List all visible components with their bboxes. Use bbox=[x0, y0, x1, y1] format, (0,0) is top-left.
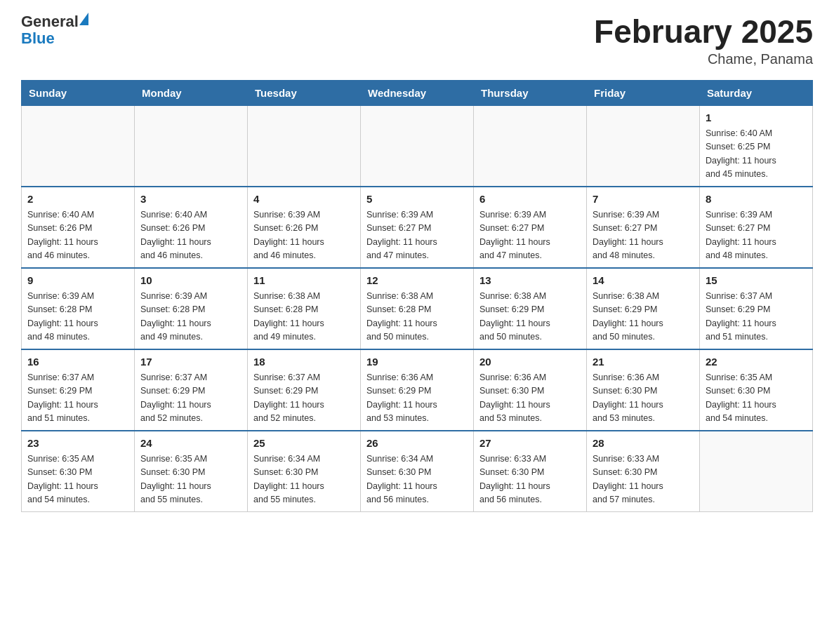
day-info: Sunrise: 6:37 AM Sunset: 6:29 PM Dayligh… bbox=[253, 371, 355, 426]
calendar-week-row: 2Sunrise: 6:40 AM Sunset: 6:26 PM Daylig… bbox=[22, 187, 813, 268]
calendar-cell: 24Sunrise: 6:35 AM Sunset: 6:30 PM Dayli… bbox=[135, 431, 248, 512]
calendar-cell: 17Sunrise: 6:37 AM Sunset: 6:29 PM Dayli… bbox=[135, 349, 248, 431]
calendar-cell: 10Sunrise: 6:39 AM Sunset: 6:28 PM Dayli… bbox=[135, 268, 248, 349]
day-info: Sunrise: 6:35 AM Sunset: 6:30 PM Dayligh… bbox=[140, 452, 241, 507]
calendar-week-row: 9Sunrise: 6:39 AM Sunset: 6:28 PM Daylig… bbox=[22, 268, 813, 349]
calendar-cell: 11Sunrise: 6:38 AM Sunset: 6:28 PM Dayli… bbox=[248, 268, 361, 349]
calendar-cell bbox=[361, 105, 474, 187]
calendar-week-row: 16Sunrise: 6:37 AM Sunset: 6:29 PM Dayli… bbox=[22, 349, 813, 431]
day-number: 7 bbox=[593, 192, 694, 208]
calendar-cell: 21Sunrise: 6:36 AM Sunset: 6:30 PM Dayli… bbox=[587, 349, 700, 431]
day-info: Sunrise: 6:33 AM Sunset: 6:30 PM Dayligh… bbox=[593, 452, 694, 507]
page-header: General Blue February 2025 Chame, Panama bbox=[21, 14, 813, 67]
calendar-cell: 7Sunrise: 6:39 AM Sunset: 6:27 PM Daylig… bbox=[587, 187, 700, 268]
weekday-header-thursday: Thursday bbox=[474, 80, 587, 105]
day-info: Sunrise: 6:39 AM Sunset: 6:27 PM Dayligh… bbox=[593, 208, 694, 263]
logo-triangle-icon bbox=[79, 13, 88, 25]
calendar-cell: 1Sunrise: 6:40 AM Sunset: 6:25 PM Daylig… bbox=[700, 105, 813, 187]
weekday-header-monday: Monday bbox=[135, 80, 248, 105]
calendar-cell: 5Sunrise: 6:39 AM Sunset: 6:27 PM Daylig… bbox=[361, 187, 474, 268]
calendar-cell: 8Sunrise: 6:39 AM Sunset: 6:27 PM Daylig… bbox=[700, 187, 813, 268]
day-number: 4 bbox=[253, 192, 355, 208]
day-info: Sunrise: 6:40 AM Sunset: 6:26 PM Dayligh… bbox=[27, 208, 128, 263]
day-info: Sunrise: 6:36 AM Sunset: 6:30 PM Dayligh… bbox=[593, 371, 694, 426]
logo-general: General bbox=[21, 14, 79, 29]
day-info: Sunrise: 6:40 AM Sunset: 6:26 PM Dayligh… bbox=[140, 208, 241, 263]
day-info: Sunrise: 6:34 AM Sunset: 6:30 PM Dayligh… bbox=[253, 452, 355, 507]
calendar-cell: 6Sunrise: 6:39 AM Sunset: 6:27 PM Daylig… bbox=[474, 187, 587, 268]
day-number: 1 bbox=[706, 110, 807, 126]
day-number: 6 bbox=[479, 192, 581, 208]
weekday-header-friday: Friday bbox=[587, 80, 700, 105]
day-number: 26 bbox=[366, 436, 468, 452]
day-number: 13 bbox=[479, 273, 581, 289]
day-info: Sunrise: 6:37 AM Sunset: 6:29 PM Dayligh… bbox=[27, 371, 128, 426]
calendar-cell: 12Sunrise: 6:38 AM Sunset: 6:28 PM Dayli… bbox=[361, 268, 474, 349]
calendar-cell: 3Sunrise: 6:40 AM Sunset: 6:26 PM Daylig… bbox=[135, 187, 248, 268]
day-info: Sunrise: 6:39 AM Sunset: 6:28 PM Dayligh… bbox=[140, 290, 241, 344]
weekday-header-wednesday: Wednesday bbox=[361, 80, 474, 105]
day-number: 19 bbox=[366, 354, 468, 370]
day-number: 23 bbox=[27, 436, 128, 452]
location: Chame, Panama bbox=[594, 51, 813, 67]
logo-blue: Blue bbox=[21, 29, 88, 48]
calendar-cell bbox=[22, 105, 135, 187]
day-number: 16 bbox=[27, 354, 128, 370]
calendar-cell: 18Sunrise: 6:37 AM Sunset: 6:29 PM Dayli… bbox=[248, 349, 361, 431]
day-info: Sunrise: 6:35 AM Sunset: 6:30 PM Dayligh… bbox=[27, 452, 128, 507]
weekday-header-saturday: Saturday bbox=[700, 80, 813, 105]
day-info: Sunrise: 6:36 AM Sunset: 6:30 PM Dayligh… bbox=[479, 371, 581, 426]
day-info: Sunrise: 6:34 AM Sunset: 6:30 PM Dayligh… bbox=[366, 452, 468, 507]
day-number: 12 bbox=[366, 273, 468, 289]
day-number: 14 bbox=[593, 273, 694, 289]
day-info: Sunrise: 6:37 AM Sunset: 6:29 PM Dayligh… bbox=[140, 371, 241, 426]
day-number: 9 bbox=[27, 273, 128, 289]
calendar-cell: 16Sunrise: 6:37 AM Sunset: 6:29 PM Dayli… bbox=[22, 349, 135, 431]
calendar-cell: 26Sunrise: 6:34 AM Sunset: 6:30 PM Dayli… bbox=[361, 431, 474, 512]
day-number: 17 bbox=[140, 354, 241, 370]
weekday-header-sunday: Sunday bbox=[22, 80, 135, 105]
day-number: 20 bbox=[479, 354, 581, 370]
day-number: 18 bbox=[253, 354, 355, 370]
calendar-cell bbox=[700, 431, 813, 512]
calendar-cell: 4Sunrise: 6:39 AM Sunset: 6:26 PM Daylig… bbox=[248, 187, 361, 268]
day-number: 22 bbox=[706, 354, 807, 370]
day-number: 25 bbox=[253, 436, 355, 452]
day-info: Sunrise: 6:38 AM Sunset: 6:29 PM Dayligh… bbox=[593, 290, 694, 344]
day-number: 10 bbox=[140, 273, 241, 289]
day-number: 11 bbox=[253, 273, 355, 289]
month-title: February 2025 bbox=[594, 14, 813, 50]
day-number: 15 bbox=[706, 273, 807, 289]
day-info: Sunrise: 6:39 AM Sunset: 6:27 PM Dayligh… bbox=[479, 208, 581, 263]
calendar-cell: 22Sunrise: 6:35 AM Sunset: 6:30 PM Dayli… bbox=[700, 349, 813, 431]
calendar-cell: 20Sunrise: 6:36 AM Sunset: 6:30 PM Dayli… bbox=[474, 349, 587, 431]
logo: General Blue bbox=[21, 14, 88, 48]
weekday-header-row: SundayMondayTuesdayWednesdayThursdayFrid… bbox=[22, 80, 813, 105]
day-number: 21 bbox=[593, 354, 694, 370]
day-info: Sunrise: 6:35 AM Sunset: 6:30 PM Dayligh… bbox=[706, 371, 807, 426]
day-info: Sunrise: 6:39 AM Sunset: 6:27 PM Dayligh… bbox=[366, 208, 468, 263]
day-info: Sunrise: 6:40 AM Sunset: 6:25 PM Dayligh… bbox=[706, 127, 807, 182]
day-number: 3 bbox=[140, 192, 241, 208]
calendar-week-row: 23Sunrise: 6:35 AM Sunset: 6:30 PM Dayli… bbox=[22, 431, 813, 512]
day-number: 28 bbox=[593, 436, 694, 452]
calendar-cell: 2Sunrise: 6:40 AM Sunset: 6:26 PM Daylig… bbox=[22, 187, 135, 268]
calendar-cell: 13Sunrise: 6:38 AM Sunset: 6:29 PM Dayli… bbox=[474, 268, 587, 349]
calendar-cell bbox=[135, 105, 248, 187]
day-info: Sunrise: 6:36 AM Sunset: 6:29 PM Dayligh… bbox=[366, 371, 468, 426]
day-info: Sunrise: 6:38 AM Sunset: 6:29 PM Dayligh… bbox=[479, 290, 581, 344]
calendar-cell: 19Sunrise: 6:36 AM Sunset: 6:29 PM Dayli… bbox=[361, 349, 474, 431]
calendar-cell: 14Sunrise: 6:38 AM Sunset: 6:29 PM Dayli… bbox=[587, 268, 700, 349]
calendar-cell: 9Sunrise: 6:39 AM Sunset: 6:28 PM Daylig… bbox=[22, 268, 135, 349]
calendar-table: SundayMondayTuesdayWednesdayThursdayFrid… bbox=[21, 80, 813, 512]
day-number: 5 bbox=[366, 192, 468, 208]
day-info: Sunrise: 6:39 AM Sunset: 6:27 PM Dayligh… bbox=[706, 208, 807, 263]
calendar-cell: 27Sunrise: 6:33 AM Sunset: 6:30 PM Dayli… bbox=[474, 431, 587, 512]
day-info: Sunrise: 6:37 AM Sunset: 6:29 PM Dayligh… bbox=[706, 290, 807, 344]
day-number: 2 bbox=[27, 192, 128, 208]
calendar-cell: 15Sunrise: 6:37 AM Sunset: 6:29 PM Dayli… bbox=[700, 268, 813, 349]
calendar-cell: 25Sunrise: 6:34 AM Sunset: 6:30 PM Dayli… bbox=[248, 431, 361, 512]
calendar-cell: 23Sunrise: 6:35 AM Sunset: 6:30 PM Dayli… bbox=[22, 431, 135, 512]
weekday-header-tuesday: Tuesday bbox=[248, 80, 361, 105]
day-info: Sunrise: 6:39 AM Sunset: 6:26 PM Dayligh… bbox=[253, 208, 355, 263]
